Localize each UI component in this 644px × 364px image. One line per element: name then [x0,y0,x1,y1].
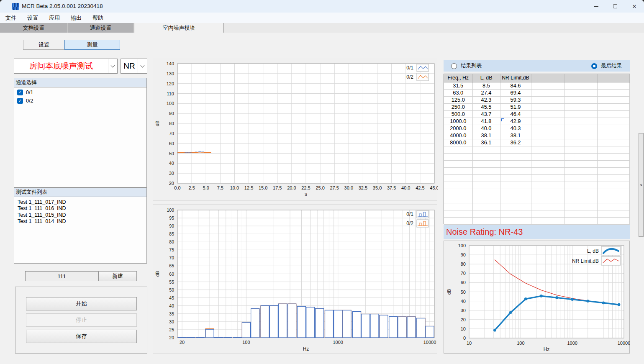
table-cell[interactable] [472,189,500,196]
main-tab-document-settings[interactable]: 文档设置 [0,23,68,33]
table-cell[interactable] [472,217,500,224]
table-cell[interactable] [597,203,629,210]
menu-item-settings[interactable]: 设置 [22,13,44,23]
table-cell[interactable]: 36.2 [500,139,531,146]
table-cell[interactable] [597,146,629,153]
table-cell[interactable]: 41.8 [472,118,500,125]
table-cell[interactable] [597,103,629,110]
checkbox-checked-icon[interactable]: ✓ [17,90,23,95]
menu-item-file[interactable]: 文件 [0,13,22,23]
channel-item[interactable]: ✓0/2 [17,97,146,104]
table-cell[interactable] [444,196,472,203]
table-cell[interactable] [500,146,531,153]
table-cell[interactable] [500,153,531,160]
table-cell[interactable] [531,139,564,146]
table-cell[interactable] [444,217,472,224]
table-cell[interactable] [531,110,564,118]
test-name-input[interactable] [25,271,98,281]
table-cell[interactable] [444,189,472,196]
table-cell[interactable] [531,189,564,196]
table-cell[interactable]: 40.3 [500,125,531,132]
table-cell[interactable]: 125.0 [444,96,472,103]
list-item[interactable]: Test 1_111_014_IND [14,218,146,225]
table-cell[interactable] [444,146,472,153]
table-cell[interactable] [444,203,472,210]
table-cell[interactable]: 51.9 [500,103,531,110]
table-cell[interactable] [564,189,597,196]
channel-item[interactable]: ✓0/1 [17,89,146,96]
table-cell[interactable] [472,182,500,189]
table-cell[interactable] [597,160,629,167]
close-button[interactable]: ✕ [625,0,644,13]
radio-result-list[interactable] [451,63,457,69]
table-cell[interactable]: 250.0 [444,103,472,110]
table-cell[interactable] [531,146,564,153]
table-cell[interactable] [444,210,472,217]
table-cell[interactable] [564,174,597,182]
table-cell[interactable] [531,182,564,189]
stop-button[interactable]: 停止 [26,313,137,327]
table-cell[interactable] [500,167,531,174]
table-cell[interactable] [564,125,597,132]
table-cell[interactable] [444,182,472,189]
table-cell[interactable] [597,182,629,189]
table-cell[interactable] [444,160,472,167]
table-cell[interactable] [597,82,629,89]
table-cell[interactable]: 46.4 [500,110,531,118]
table-cell[interactable]: 4000.0 [444,132,472,139]
maximize-button[interactable] [606,0,625,13]
table-cell[interactable] [472,196,500,203]
tab-measure[interactable]: 测量 [64,40,120,50]
table-cell[interactable] [472,153,500,160]
table-cell[interactable] [564,203,597,210]
rating-type-combobox[interactable]: NR [121,59,147,74]
chevron-down-icon[interactable] [108,59,117,73]
table-cell[interactable]: 69.4 [500,89,531,96]
table-cell[interactable] [597,118,629,125]
table-cell[interactable]: 59.3 [500,96,531,103]
table-cell[interactable] [564,103,597,110]
table-cell[interactable] [500,174,531,182]
table-cell[interactable] [531,210,564,217]
table-cell[interactable]: 84.6 [500,82,531,89]
table-cell[interactable] [597,110,629,118]
table-cell[interactable] [597,167,629,174]
save-button[interactable]: 保存 [26,330,137,343]
table-cell[interactable] [531,160,564,167]
table-cell[interactable] [531,132,564,139]
table-cell[interactable]: 36.1 [472,139,500,146]
table-cell[interactable] [531,96,564,103]
table-cell[interactable] [597,96,629,103]
list-item[interactable]: Test 1_111_016_IND [14,205,146,212]
table-cell[interactable] [597,210,629,217]
table-cell[interactable] [531,125,564,132]
table-cell[interactable] [564,167,597,174]
table-cell[interactable] [531,196,564,203]
table-cell[interactable] [564,217,597,224]
start-button[interactable]: 开始 [26,297,137,310]
test-type-combobox[interactable]: 房间本底噪声测试 [14,59,118,74]
table-cell[interactable] [597,189,629,196]
table-cell[interactable] [597,132,629,139]
table-cell[interactable]: 38.1 [472,132,500,139]
table-cell[interactable] [597,217,629,224]
table-cell[interactable] [564,160,597,167]
table-cell[interactable]: 1000.0 [444,118,472,125]
table-cell[interactable] [472,146,500,153]
table-cell[interactable] [597,174,629,182]
table-cell[interactable] [500,210,531,217]
table-cell[interactable] [564,153,597,160]
table-cell[interactable] [531,103,564,110]
table-cell[interactable] [531,153,564,160]
panel-collapse-handle[interactable]: < [639,133,644,237]
table-cell[interactable]: 43.7 [472,110,500,118]
table-cell[interactable] [531,82,564,89]
table-cell[interactable]: 8.5 [472,82,500,89]
table-cell[interactable] [597,125,629,132]
main-tab-channel-settings[interactable]: 通道设置 [68,23,134,33]
table-cell[interactable] [472,203,500,210]
tab-settings[interactable]: 设置 [23,40,65,50]
minimize-button[interactable] [586,0,606,13]
table-cell[interactable] [500,203,531,210]
table-cell[interactable] [444,174,472,182]
